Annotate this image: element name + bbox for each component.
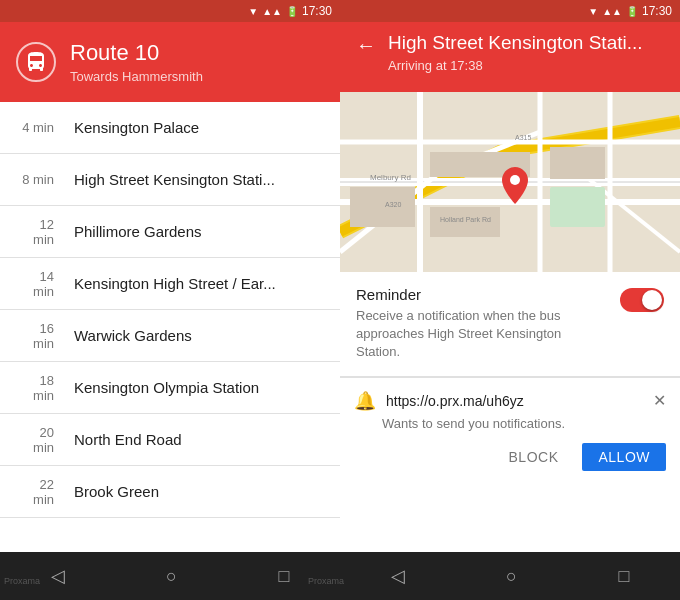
stop-name: North End Road: [74, 431, 324, 448]
right-back-nav-icon[interactable]: ◁: [391, 565, 405, 587]
stop-name: Warwick Gardens: [74, 327, 324, 344]
proxama-label-left: Proxama: [4, 576, 40, 586]
left-header-text: Route 10 Towards Hammersmith: [70, 40, 203, 83]
back-nav-icon[interactable]: ◁: [51, 565, 65, 587]
back-button[interactable]: ←: [356, 34, 376, 57]
left-status-bar: ▼ ▲▲ 🔋 17:30: [0, 0, 340, 22]
svg-rect-9: [550, 187, 605, 227]
stop-time: 20 min: [16, 425, 54, 455]
right-time: 17:30: [642, 4, 672, 18]
svg-text:A320: A320: [385, 201, 401, 208]
notification-bar: 🔔 https://o.prx.ma/uh6yz ✕ Wants to send…: [340, 377, 680, 483]
right-battery-icon: 🔋: [626, 6, 638, 17]
bell-icon: 🔔: [354, 390, 376, 412]
left-signal-icon: ▼: [248, 6, 258, 17]
proxama-label-right: Proxama: [308, 576, 344, 586]
recents-nav-icon[interactable]: □: [278, 566, 289, 587]
notification-url: https://o.prx.ma/uh6yz: [386, 393, 643, 409]
svg-rect-12: [550, 147, 605, 179]
left-panel: ▼ ▲▲ 🔋 17:30 Route 10 Towards Hammersmit…: [0, 0, 340, 600]
right-recents-nav-icon[interactable]: □: [618, 566, 629, 587]
reminder-toggle[interactable]: [620, 288, 664, 312]
right-header: ← High Street Kensington Stati... Arrivi…: [340, 22, 680, 92]
block-button[interactable]: BLOCK: [501, 443, 567, 471]
right-header-text: High Street Kensington Stati... Arriving…: [388, 32, 643, 73]
stop-name: High Street Kensington Stati...: [74, 171, 324, 188]
left-time: 17:30: [302, 4, 332, 18]
svg-point-18: [510, 175, 520, 185]
reminder-section: Reminder Receive a notification when the…: [340, 272, 680, 377]
list-item[interactable]: 20 minNorth End Road: [0, 414, 340, 466]
reminder-description: Receive a notification when the bus appr…: [356, 307, 608, 362]
list-item[interactable]: 4 minKensington Palace: [0, 102, 340, 154]
toggle-knob: [642, 290, 662, 310]
stop-name: Brook Green: [74, 483, 324, 500]
reminder-text: Reminder Receive a notification when the…: [356, 286, 608, 362]
list-item[interactable]: 22 minBrook Green: [0, 466, 340, 518]
left-nav-bar: Proxama ◁ ○ □: [0, 552, 340, 600]
list-item[interactable]: 18 minKensington Olympia Station: [0, 362, 340, 414]
station-title: High Street Kensington Stati...: [388, 32, 643, 55]
reminder-title: Reminder: [356, 286, 608, 303]
arriving-text: Arriving at 17:38: [388, 58, 643, 73]
route-direction: Towards Hammersmith: [70, 69, 203, 84]
right-panel: ▼ ▲▲ 🔋 17:30 ← High Street Kensington St…: [340, 0, 680, 600]
left-header: Route 10 Towards Hammersmith: [0, 22, 340, 102]
bus-icon: [16, 42, 56, 82]
stop-name: Kensington Olympia Station: [74, 379, 324, 396]
map-area[interactable]: Melbury Rd A315 Holland Park Rd A320: [340, 92, 680, 272]
stop-time: 18 min: [16, 373, 54, 403]
svg-text:Holland Park Rd: Holland Park Rd: [440, 216, 491, 223]
list-item[interactable]: 14 minKensington High Street / Ear...: [0, 258, 340, 310]
left-network-icon: ▲▲: [262, 6, 282, 17]
stop-time: 12 min: [16, 217, 54, 247]
stop-name: Kensington High Street / Ear...: [74, 275, 324, 292]
svg-text:Melbury Rd: Melbury Rd: [370, 173, 411, 182]
stop-time: 4 min: [16, 120, 54, 135]
stop-list: 4 minKensington Palace8 minHigh Street K…: [0, 102, 340, 552]
right-signal-icon: ▼: [588, 6, 598, 17]
svg-rect-11: [350, 187, 415, 227]
right-home-nav-icon[interactable]: ○: [506, 566, 517, 587]
stop-name: Phillimore Gardens: [74, 223, 324, 240]
left-battery-icon: 🔋: [286, 6, 298, 17]
stop-name: Kensington Palace: [74, 119, 324, 136]
stop-time: 14 min: [16, 269, 54, 299]
svg-text:A315: A315: [515, 134, 531, 141]
list-item[interactable]: 16 minWarwick Gardens: [0, 310, 340, 362]
right-nav-bar: Proxama ◁ ○ □: [340, 552, 680, 600]
home-nav-icon[interactable]: ○: [166, 566, 177, 587]
stop-time: 8 min: [16, 172, 54, 187]
route-title: Route 10: [70, 40, 203, 66]
close-notification-button[interactable]: ✕: [653, 391, 666, 410]
list-item[interactable]: 8 minHigh Street Kensington Stati...: [0, 154, 340, 206]
notification-top: 🔔 https://o.prx.ma/uh6yz ✕: [354, 390, 666, 412]
notification-description: Wants to send you notifications.: [354, 416, 666, 431]
stop-time: 16 min: [16, 321, 54, 351]
notification-actions: BLOCK ALLOW: [354, 443, 666, 471]
stop-time: 22 min: [16, 477, 54, 507]
allow-button[interactable]: ALLOW: [582, 443, 666, 471]
right-network-icon: ▲▲: [602, 6, 622, 17]
right-status-bar: ▼ ▲▲ 🔋 17:30: [340, 0, 680, 22]
list-item[interactable]: 12 minPhillimore Gardens: [0, 206, 340, 258]
